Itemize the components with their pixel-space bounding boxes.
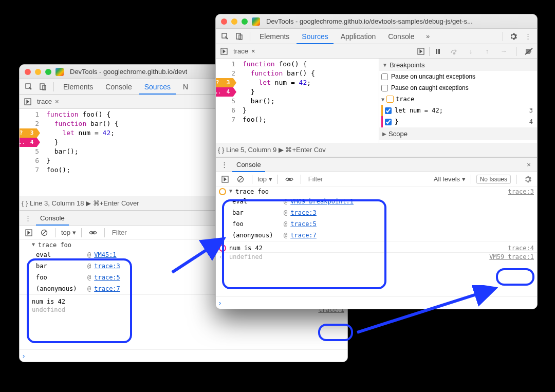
close-icon[interactable] (25, 69, 31, 75)
close-drawer-icon[interactable]: × (523, 159, 535, 171)
source-link[interactable]: VM59 trace:1 (489, 253, 534, 260)
step-icon[interactable]: → (497, 45, 510, 58)
source-link[interactable]: trace:7 (94, 285, 120, 292)
minimize-icon[interactable] (231, 18, 237, 25)
source-link[interactable]: trace:3 (290, 209, 317, 216)
svg-rect-16 (438, 49, 440, 54)
close-icon[interactable] (221, 18, 227, 25)
console-toolbar: top ▾ All levels ▾ No Issues (216, 172, 537, 186)
pause-caught-toggle[interactable]: Pause on caught exceptions (379, 82, 537, 94)
inspect-icon[interactable] (219, 30, 231, 43)
navigator-toggle-icon[interactable] (22, 96, 34, 108)
navigator-toggle-icon[interactable] (218, 45, 230, 58)
issues-badge[interactable]: No Issues (476, 175, 511, 184)
code-editor[interactable]: 12 ?3 ..4 567 function foo() { function … (216, 59, 379, 143)
levels-selector[interactable]: All levels ▾ (434, 175, 466, 183)
tab-console[interactable]: Console (383, 29, 419, 44)
svg-point-17 (454, 52, 455, 54)
drawer-menu-icon[interactable]: ⋮ (22, 212, 34, 225)
console-drawer: ⋮ Console × top ▾ All levels ▾ No Issues… (216, 157, 537, 309)
drawer-tab-console[interactable]: Console (36, 211, 69, 226)
console-prompt[interactable]: › (20, 349, 347, 362)
zoom-icon[interactable] (242, 18, 248, 25)
console-output: ▼trace footrace:3 eval@VM69 breakpoint:1… (216, 186, 537, 296)
inspect-icon[interactable] (23, 81, 35, 93)
zoom-icon[interactable] (45, 69, 51, 75)
scope-section-head[interactable]: ▶Scope (379, 127, 537, 140)
more-tabs-icon[interactable]: » (422, 30, 434, 43)
svg-rect-11 (236, 33, 240, 39)
main-toolbar: Elements Sources Application Console » ⋮ (216, 29, 537, 44)
source-link[interactable]: trace:3 (508, 188, 534, 195)
deactivate-breakpoints-icon[interactable] (523, 45, 535, 58)
device-toggle-icon[interactable] (37, 81, 49, 93)
console-filter-input[interactable] (306, 174, 431, 184)
devtools-logo-icon (55, 68, 64, 76)
editor-status-bar: { } Line 5, Column 9 ▶ ⌘+Enter Cov (216, 143, 537, 157)
file-icon (386, 96, 394, 103)
svg-point-20 (288, 178, 290, 180)
devtools-logo-icon (252, 17, 260, 26)
logpoint-icon (219, 188, 226, 195)
tab-elements[interactable]: Elements (58, 79, 98, 95)
tab-elements[interactable]: Elements (254, 29, 294, 44)
tab-more[interactable]: N (178, 79, 193, 95)
devtools-window-right: DevTools - googlechrome.github.io/devtoo… (215, 14, 538, 309)
tab-application[interactable]: Application (336, 29, 381, 44)
source-link[interactable]: trace:5 (94, 274, 120, 281)
clear-console-icon[interactable] (38, 227, 50, 239)
more-tabs-icon[interactable] (415, 45, 427, 58)
tab-console[interactable]: Console (100, 79, 137, 95)
svg-point-9 (92, 232, 94, 234)
live-expr-icon[interactable] (283, 173, 295, 185)
drawer-tab-console[interactable]: Console (232, 158, 265, 172)
source-link[interactable]: trace:3 (94, 263, 120, 270)
sources-split: 12 ?3 ..4 567 function foo() { function … (216, 59, 537, 143)
step-into-icon[interactable]: ↓ (465, 45, 477, 58)
source-link[interactable]: trace:7 (290, 232, 317, 239)
svg-rect-1 (40, 84, 44, 89)
source-link[interactable]: trace:4 (508, 245, 534, 252)
breakpoint-item[interactable]: let num = 42;3 (379, 105, 537, 116)
editor-tab-trace[interactable]: trace (230, 47, 251, 55)
console-prompt[interactable]: › (216, 296, 537, 309)
sidebar-toggle-icon[interactable] (219, 173, 231, 185)
context-selector[interactable]: top ▾ (61, 229, 76, 236)
breakpoints-section-head[interactable]: ▼Breakpoints (379, 59, 537, 71)
svg-rect-15 (436, 49, 437, 54)
console-settings-icon[interactable] (522, 173, 534, 185)
titlebar[interactable]: DevTools - googlechrome.github.io/devtoo… (216, 14, 537, 29)
editor-tabstrip: trace × ↓ ↑ → (216, 44, 537, 59)
minimize-icon[interactable] (35, 69, 41, 75)
close-tab-icon[interactable]: × (251, 47, 255, 55)
drawer-menu-icon[interactable]: ⋮ (218, 159, 230, 171)
tab-sources[interactable]: Sources (139, 79, 176, 95)
breakpoint-item[interactable]: }4 (379, 116, 537, 127)
step-over-icon[interactable] (448, 45, 460, 58)
debugger-sidebar: ▼Breakpoints Pause on uncaught exception… (379, 59, 537, 143)
editor-tab-trace[interactable]: trace (34, 98, 55, 105)
kebab-menu-icon[interactable]: ⋮ (522, 30, 534, 43)
clear-console-icon[interactable] (234, 173, 247, 185)
source-link[interactable]: VM45:1 (94, 251, 116, 258)
pause-icon[interactable] (432, 45, 444, 58)
step-out-icon[interactable]: ↑ (481, 45, 493, 58)
debugger-controls: ↓ ↑ → (432, 45, 535, 58)
settings-icon[interactable] (507, 30, 520, 43)
logpoint-icon (219, 245, 226, 252)
context-selector[interactable]: top ▾ (257, 175, 272, 183)
breakpoint-group[interactable]: ▼trace (379, 94, 537, 105)
pause-uncaught-toggle[interactable]: Pause on uncaught exceptions (379, 71, 537, 82)
tab-sources[interactable]: Sources (297, 29, 333, 44)
window-title: DevTools - googlechrome.github.io/devt (70, 68, 187, 76)
live-expr-icon[interactable] (87, 227, 99, 239)
sidebar-toggle-icon[interactable] (23, 227, 35, 239)
device-toggle-icon[interactable] (233, 30, 246, 43)
source-link[interactable]: VM69 breakpoint:1 (290, 198, 354, 205)
close-tab-icon[interactable]: × (55, 98, 59, 105)
source-link[interactable]: trace:5 (290, 220, 317, 228)
window-title: DevTools - googlechrome.github.io/devtoo… (266, 17, 473, 25)
